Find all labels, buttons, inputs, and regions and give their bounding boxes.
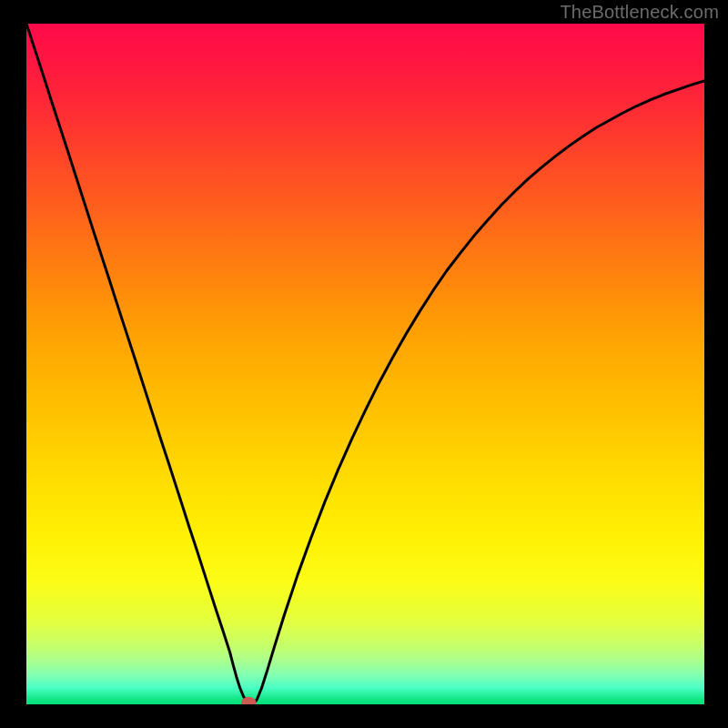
chart-svg (26, 24, 704, 704)
chart-frame: TheBottleneck.com (0, 0, 728, 728)
source-watermark: TheBottleneck.com (560, 2, 719, 23)
plot-area (26, 24, 704, 704)
gradient-background (26, 24, 704, 704)
